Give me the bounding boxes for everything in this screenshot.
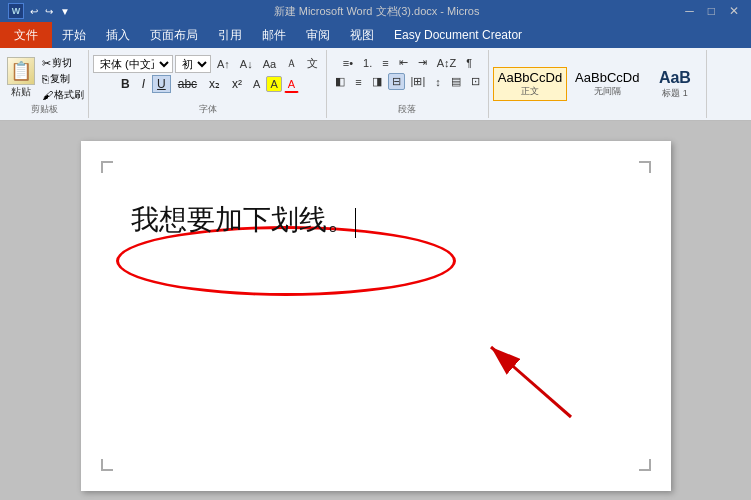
document-area: 我想要加下划线。	[0, 121, 751, 500]
minimize-button[interactable]: ─	[681, 4, 698, 18]
superscript-button[interactable]: x²	[227, 75, 247, 93]
sort-button[interactable]: A↕Z	[433, 55, 461, 71]
menu-bar: 文件 开始 插入 页面布局 引用 邮件 审阅 视图 Easy Document …	[0, 22, 751, 48]
redo-button[interactable]: ↪	[43, 5, 55, 18]
style-heading1-preview: AaB	[659, 68, 691, 87]
paragraph-label: 段落	[331, 103, 484, 118]
clear-format-button[interactable]: Aa	[259, 56, 280, 72]
phonetic-button[interactable]: 文	[303, 54, 322, 73]
shrink-font-button[interactable]: A↓	[236, 56, 257, 72]
text-effect-button[interactable]: A	[249, 76, 264, 92]
line-spacing-button[interactable]: ↕	[431, 74, 445, 90]
style-heading1[interactable]: AaB 标题 1	[647, 65, 702, 103]
align-left-button[interactable]: ◧	[331, 73, 349, 90]
styles-section: AaBbCcDd 正文 AaBbCcDd 无间隔 AaB 标题 1	[489, 50, 708, 118]
style-nospacing-name: 无间隔	[594, 85, 621, 98]
underline-button[interactable]: U	[152, 75, 171, 93]
close-button[interactable]: ✕	[725, 4, 743, 18]
font-size-select[interactable]: 初号	[175, 55, 211, 73]
arrow-annotation	[461, 327, 581, 431]
italic-button[interactable]: I	[137, 75, 150, 93]
menu-review[interactable]: 审阅	[296, 22, 340, 48]
qa-dropdown-button[interactable]: ▼	[58, 5, 72, 18]
file-menu[interactable]: 文件	[0, 22, 52, 48]
style-no-spacing[interactable]: AaBbCcDd 无间隔	[570, 67, 644, 102]
format-painter-button[interactable]: 🖌格式刷	[42, 88, 84, 102]
paragraph-section: ≡• 1. ≡ ⇤ ⇥ A↕Z ¶ ◧ ≡ ◨ ⊟ |⊞| ↕ ▤ ⊡	[327, 50, 489, 118]
clipboard-label: 剪贴板	[4, 103, 84, 118]
copy-button[interactable]: ⎘复制	[42, 72, 84, 86]
font-color-button[interactable]: A	[284, 76, 299, 93]
cut-button[interactable]: ✂剪切	[42, 56, 84, 70]
style-normal[interactable]: AaBbCcDd 正文	[493, 67, 567, 102]
document-text: 我想要加下划线。	[131, 201, 356, 239]
style-normal-preview: AaBbCcDd	[498, 70, 562, 86]
increase-indent-button[interactable]: ⇥	[414, 54, 431, 71]
menu-references[interactable]: 引用	[208, 22, 252, 48]
undo-button[interactable]: ↩	[28, 5, 40, 18]
numbering-button[interactable]: 1.	[359, 55, 376, 71]
document-page[interactable]: 我想要加下划线。	[81, 141, 671, 491]
font-label: 字体	[93, 103, 322, 118]
text-cursor	[355, 208, 356, 238]
paste-label: 粘贴	[11, 85, 31, 99]
font-name-select[interactable]: 宋体 (中文正)	[93, 55, 173, 73]
paste-button[interactable]: 📋 粘贴	[4, 54, 38, 102]
align-center-button[interactable]: ≡	[351, 74, 365, 90]
style-heading1-name: 标题 1	[662, 87, 688, 100]
window-controls: ─ □ ✕	[681, 4, 743, 18]
svg-line-1	[491, 347, 571, 417]
window-title: 新建 Microsoft Word 文档(3).docx - Micros	[72, 4, 681, 19]
shading-button[interactable]: ▤	[447, 73, 465, 90]
menu-view[interactable]: 视图	[340, 22, 384, 48]
corner-mark-bl	[101, 459, 113, 471]
justify-button[interactable]: ⊟	[388, 73, 405, 90]
clipboard-section: 📋 粘贴 ✂剪切 ⎘复制 🖌格式刷	[0, 50, 89, 118]
menu-insert[interactable]: 插入	[96, 22, 140, 48]
show-formatting-button[interactable]: ¶	[462, 55, 476, 71]
align-right-button[interactable]: ◨	[368, 73, 386, 90]
multilevel-list-button[interactable]: ≡	[378, 55, 392, 71]
grow-font-button[interactable]: A↑	[213, 56, 234, 72]
menu-mailings[interactable]: 邮件	[252, 22, 296, 48]
borders-button[interactable]: ⊡	[467, 73, 484, 90]
menu-page-layout[interactable]: 页面布局	[140, 22, 208, 48]
subscript-button[interactable]: x₂	[204, 75, 225, 93]
change-case-button[interactable]: Ａ	[282, 54, 301, 73]
corner-mark-tr	[639, 161, 651, 173]
style-normal-name: 正文	[521, 85, 539, 98]
app-icon: W	[8, 3, 24, 19]
quick-access-toolbar: ↩ ↪ ▼	[28, 5, 72, 18]
font-section: 宋体 (中文正) 初号 A↑ A↓ Aa Ａ 文 B I U abc	[89, 50, 327, 118]
menu-easy-doc[interactable]: Easy Document Creator	[384, 22, 532, 48]
menu-items: 开始 插入 页面布局 引用 邮件 审阅 视图 Easy Document Cre…	[52, 22, 532, 48]
column-button[interactable]: |⊞|	[407, 73, 430, 90]
bold-button[interactable]: B	[116, 75, 135, 93]
text-block[interactable]: 我想要加下划线。	[131, 201, 621, 239]
title-bar: W ↩ ↪ ▼ 新建 Microsoft Word 文档(3).docx - M…	[0, 0, 751, 22]
highlight-button[interactable]: A	[266, 76, 281, 92]
corner-mark-tl	[101, 161, 113, 173]
menu-start[interactable]: 开始	[52, 22, 96, 48]
corner-mark-br	[639, 459, 651, 471]
title-bar-left: W ↩ ↪ ▼	[8, 3, 72, 19]
strikethrough-button[interactable]: abc	[173, 75, 202, 93]
maximize-button[interactable]: □	[704, 4, 719, 18]
bullets-button[interactable]: ≡•	[339, 55, 357, 71]
style-nospacing-preview: AaBbCcDd	[575, 70, 639, 86]
decrease-indent-button[interactable]: ⇤	[395, 54, 412, 71]
ribbon: 📋 粘贴 ✂剪切 ⎘复制 🖌格式刷	[0, 48, 751, 121]
